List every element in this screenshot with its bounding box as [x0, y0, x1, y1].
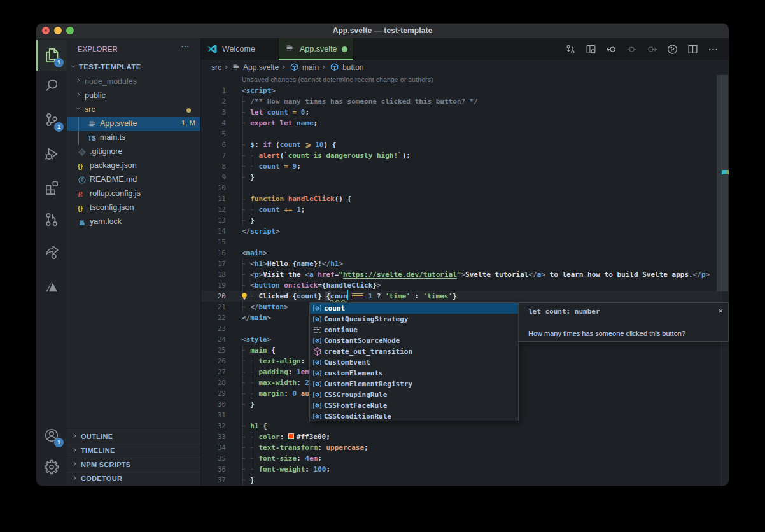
section-codetour[interactable]: CODETOUR	[67, 472, 200, 486]
section-npm-scripts[interactable]: NPM SCRIPTS	[67, 458, 200, 472]
close-icon[interactable]: ✕	[719, 306, 723, 315]
title-bar[interactable]: App.svelte — test-template	[36, 24, 729, 38]
suggest-item-customelements[interactable]: customElements	[310, 368, 518, 379]
code-line-37: 37}	[201, 475, 729, 486]
doc-lines-file-icon	[88, 120, 97, 129]
suggest-item-cssconditionrule[interactable]: CSSConditionRule	[310, 411, 518, 422]
doc-lines-icon	[232, 63, 241, 72]
open-preview-icon[interactable]	[584, 44, 598, 55]
chevron-right-icon	[71, 447, 78, 454]
sidebar-title: EXPLORER	[78, 45, 118, 53]
symbol-variable-icon	[312, 412, 322, 422]
run-and-debug-icon[interactable]	[36, 139, 67, 169]
overview-ruler-mark-2	[727, 170, 729, 174]
suggest-item-customevent[interactable]: CustomEvent	[310, 357, 518, 368]
git-compare-icon[interactable]	[563, 44, 577, 55]
line-number: 15	[201, 238, 226, 246]
tab-welcome[interactable]: Welcome	[201, 38, 279, 60]
line-number: 1	[201, 87, 226, 95]
lightbulb-icon[interactable]	[240, 292, 249, 301]
suggest-item-create_out_transition[interactable]: create_out_transition	[310, 346, 518, 357]
github-pull-requests-icon[interactable]	[36, 204, 67, 235]
line-number: 34	[201, 444, 226, 452]
source-control-icon[interactable]: 1	[36, 104, 67, 135]
symbol-cube-icon	[289, 62, 300, 72]
section-timeline[interactable]: TIMELINE	[67, 444, 200, 458]
rollup-file-icon: R	[78, 190, 87, 199]
search-icon[interactable]	[36, 70, 67, 101]
split-editor-icon[interactable]	[685, 44, 699, 55]
live-share-icon[interactable]	[36, 237, 67, 267]
code-line-18: 18<p>Visit the <a href="https://svelte.d…	[201, 269, 729, 280]
more-actions-icon[interactable]	[706, 44, 720, 55]
next-change-icon[interactable]	[645, 44, 659, 55]
tree-item-src[interactable]: src	[67, 103, 200, 117]
tab-app-svelte[interactable]: App.svelte	[279, 38, 354, 60]
chevron-icon	[75, 105, 81, 113]
breadcrumb-item[interactable]: main	[302, 63, 319, 72]
suggest-item-customelementregistry[interactable]: CustomElementRegistry	[310, 379, 518, 389]
code-line-36: 36font-weight: 100;	[201, 464, 729, 475]
tree-item-package-json[interactable]: {}package.json	[67, 159, 200, 173]
line-number: 36	[201, 465, 226, 473]
azure-icon[interactable]	[36, 271, 67, 302]
line-number: 17	[201, 260, 226, 268]
suggest-item-cssfontfacerule[interactable]: CSSFontFaceRule	[310, 400, 518, 411]
breadcrumb-item[interactable]: src	[211, 63, 221, 72]
more-actions-icon[interactable]: ⋯	[181, 41, 190, 51]
line-number: 18	[201, 270, 226, 279]
line-number: 7	[201, 151, 226, 160]
explorer-icon[interactable]: 1	[36, 40, 67, 71]
extensions-icon[interactable]	[36, 172, 67, 203]
tree-item-tsconfig-json[interactable]: {}tsconfig.json	[67, 201, 200, 215]
line-number: 23	[201, 325, 226, 333]
triple-equals-ligature	[351, 293, 364, 298]
line-number: 21	[201, 303, 226, 311]
section-outline[interactable]: OUTLINE	[67, 430, 200, 444]
prev-change-icon[interactable]	[604, 44, 618, 55]
accounts-icon[interactable]: 1	[36, 420, 67, 451]
breadcrumb-item[interactable]: button	[342, 63, 363, 72]
suggest-signature: let count: number	[528, 307, 600, 316]
suggest-item-countqueuingstrategy[interactable]: CountQueuingStrategy	[310, 314, 518, 325]
line-number: 35	[201, 454, 226, 463]
code-line-8: 8count = 9;	[201, 161, 729, 172]
tree-item-rollup-config-js[interactable]: Rrollup.config.js	[67, 187, 200, 201]
sidebar-sections: OUTLINETIMELINENPM SCRIPTSCODETOUR	[67, 430, 200, 486]
symbol-cube-icon	[329, 62, 340, 72]
suggest-item-cssgroupingrule[interactable]: CSSGroupingRule	[310, 389, 518, 400]
line-number: 33	[201, 433, 226, 441]
scrollbar-thumb[interactable]	[717, 75, 728, 291]
tree-root[interactable]: TEST-TEMPLATE	[67, 61, 200, 75]
chevron-right-icon: >	[323, 64, 326, 71]
symbol-variable-icon	[312, 336, 322, 346]
tree-item-app-svelte[interactable]: App.svelte1, M	[67, 117, 200, 131]
tree-item--gitignore[interactable]: .gitignore	[67, 145, 200, 159]
symbol-variable-icon	[312, 379, 322, 389]
suggest-item-constantsourcenode[interactable]: ConstantSourceNode	[310, 335, 518, 346]
tree-item-yarn-lock[interactable]: yarn.lock	[67, 215, 200, 229]
line-number: 37	[201, 476, 226, 484]
git-file-icon	[78, 148, 87, 157]
code-line-7: 7alert(`count is dangerously high!`);	[201, 150, 729, 161]
tree-item-readme-md[interactable]: README.md	[67, 173, 200, 187]
code-line-12: 12count += 1;	[201, 204, 729, 215]
chevron-right-icon	[71, 475, 78, 482]
editor-area: WelcomeApp.svelte src>App.svelte>main>bu…	[201, 38, 729, 486]
code-line-6: 6$: if (count ⩾ 10) {	[201, 139, 729, 150]
suggest-item-continue[interactable]: continue	[310, 325, 518, 335]
current-change-icon[interactable]	[624, 44, 638, 55]
tree-root-label: TEST-TEMPLATE	[79, 63, 141, 71]
suggest-item-count[interactable]: count	[310, 303, 518, 314]
code-editor[interactable]: Unsaved changes (cannot determine recent…	[201, 74, 729, 486]
tree-item-public[interactable]: public	[67, 89, 200, 103]
breadcrumb-item[interactable]: App.svelte	[243, 63, 279, 72]
run-circle-icon[interactable]	[665, 44, 679, 55]
code-line-16: 16<main>	[201, 248, 729, 258]
tree-item-node-modules[interactable]: node_modules	[67, 75, 200, 89]
code-line-17: 17<h1>Hello {name}!</h1>	[201, 258, 729, 269]
symbol-keyword-icon	[312, 325, 322, 335]
settings-icon[interactable]	[36, 452, 67, 482]
tree-item-main-ts[interactable]: TSmain.ts	[67, 131, 200, 145]
code-line-3: 3let count = 0;	[201, 107, 729, 118]
